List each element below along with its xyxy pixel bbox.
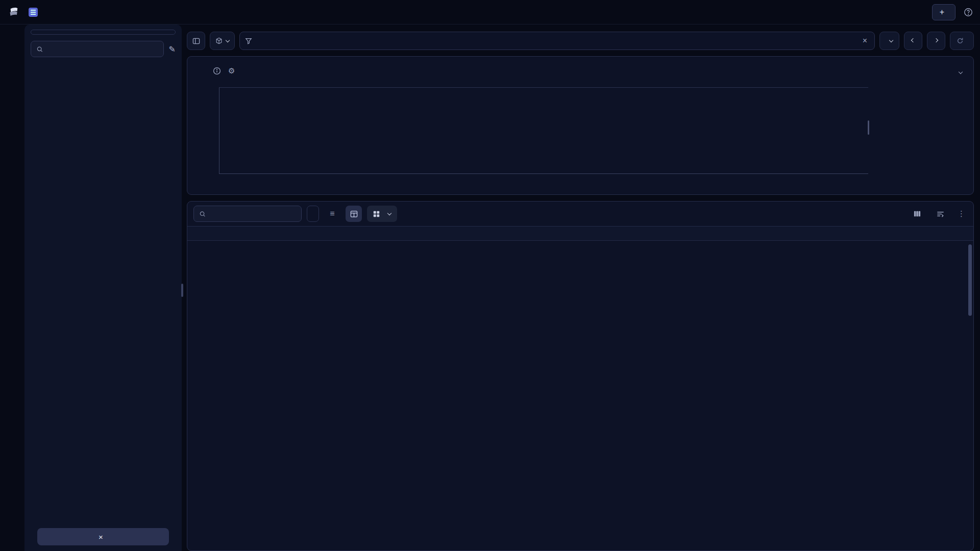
- clear-filter-icon[interactable]: ×: [861, 36, 869, 45]
- histogram-plot[interactable]: [219, 87, 868, 174]
- chevron-right-icon: [934, 38, 938, 42]
- info-icon[interactable]: [213, 67, 221, 75]
- columns-hidden-button[interactable]: [914, 210, 925, 217]
- timeframe-selector[interactable]: [879, 32, 899, 50]
- app-rail: [0, 24, 24, 551]
- refresh-icon: [957, 37, 964, 44]
- toggle-sidebar-button[interactable]: [187, 32, 205, 50]
- main-content: × ⚙: [187, 24, 974, 551]
- plot-scroll-handle[interactable]: [868, 120, 869, 135]
- scope-selector-button[interactable]: [210, 32, 235, 50]
- sidebar-footer: ×: [31, 522, 176, 551]
- help-icon[interactable]: [964, 8, 973, 17]
- requests-table-panel: ≡ ⋮: [187, 201, 974, 551]
- list-view-button[interactable]: ≡: [324, 206, 340, 222]
- x-axis-title: [219, 183, 868, 191]
- panel-toggle-icon: [192, 37, 200, 45]
- chevron-left-icon: [911, 38, 915, 42]
- topbar: +: [0, 0, 980, 24]
- table-icon: [350, 210, 358, 218]
- y-axis-title: [195, 87, 205, 191]
- chevron-down-icon: [889, 38, 893, 42]
- x-axis: [219, 174, 868, 183]
- table-toolbar: ≡ ⋮: [187, 202, 973, 226]
- table-body: [187, 241, 973, 550]
- distributed-tracing-app-icon: [29, 8, 38, 17]
- add-traces-button[interactable]: +: [932, 4, 955, 20]
- facet-search-input[interactable]: [47, 45, 158, 53]
- close-icon: ×: [99, 533, 103, 541]
- timeframe-next-button[interactable]: [927, 32, 945, 50]
- search-icon: [199, 210, 206, 218]
- clear-filters-button[interactable]: ×: [37, 528, 169, 545]
- facet-sidebar: ✎ ×: [24, 24, 182, 551]
- filter-icon: [245, 37, 252, 44]
- chevron-down-icon: [387, 211, 391, 215]
- edit-facets-icon[interactable]: ✎: [169, 44, 176, 54]
- chart-legend: [868, 87, 965, 191]
- vertical-scrollbar[interactable]: [968, 244, 972, 316]
- requests-chart-panel: ⚙: [187, 56, 974, 195]
- filter-input[interactable]: ×: [239, 32, 875, 50]
- settings-gear-icon[interactable]: ⚙: [228, 66, 235, 76]
- collapse-panel-icon[interactable]: [956, 67, 965, 75]
- columns-icon: [914, 210, 921, 217]
- column-settings-icon[interactable]: [932, 206, 948, 222]
- requests-search: [193, 206, 302, 222]
- sidebar-resizer[interactable]: [181, 284, 183, 297]
- timeframe-prev-button[interactable]: [904, 32, 922, 50]
- plus-icon: +: [940, 8, 944, 16]
- table-view-button[interactable]: [346, 206, 362, 222]
- facet-search: [31, 41, 164, 57]
- trace-type-nav: [31, 30, 176, 35]
- request-count-badge: [307, 206, 319, 222]
- dynatrace-logo-icon[interactable]: [7, 6, 20, 19]
- table-header: [187, 226, 973, 241]
- search-icon: [36, 45, 43, 53]
- requests-search-input[interactable]: [209, 210, 296, 218]
- facet-list: [31, 64, 176, 522]
- chevron-down-icon: [226, 38, 230, 42]
- group-by-button[interactable]: [367, 206, 397, 222]
- group-by-icon: [373, 211, 380, 217]
- refresh-button[interactable]: [950, 32, 974, 50]
- filter-row: ×: [187, 32, 974, 50]
- y-axis: [205, 87, 219, 191]
- kebab-menu-icon[interactable]: ⋮: [955, 209, 967, 218]
- cube-icon: [215, 37, 223, 44]
